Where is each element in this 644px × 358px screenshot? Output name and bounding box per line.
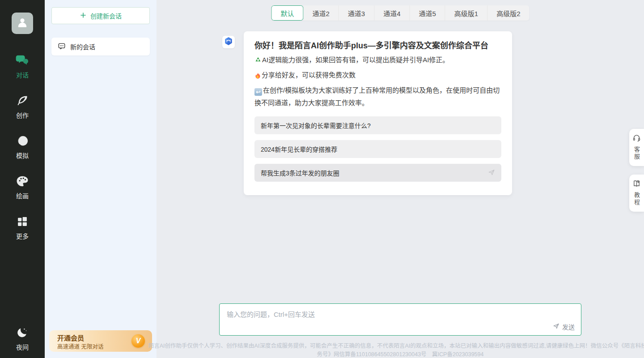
- session-label: 新的会话: [70, 42, 95, 51]
- return-arrow-icon: ↩: [254, 88, 262, 96]
- welcome-message-card: 你好！我是陌言AI创作助手plus—多引擎内容及文案创作综合平台 AI逻辑能力很…: [244, 31, 512, 195]
- send-button[interactable]: 发送: [553, 322, 575, 331]
- bot-avatar: [222, 36, 235, 48]
- session-list-item[interactable]: 新的会话: [51, 38, 150, 55]
- person-icon: [16, 16, 29, 31]
- welcome-line: ↩在创作/模拟板块为大家训练好了上百种常用的模型以及角色，在使用时可自由切换不同…: [254, 84, 501, 109]
- disclaimer-footer: 陌言AI创作助手仅供个人学习、创作结果由AI深度合成服务提供，可能会产生不正确的…: [139, 342, 644, 358]
- session-panel: 创建新会话 新的会话 开通会员 高速通道 无限对话 V: [45, 0, 157, 358]
- sidebar-item-label: 对话: [16, 70, 29, 79]
- channel-tabs: 默认 通道2 通道3 通道4 通道5 高级版1 高级版2: [271, 5, 529, 21]
- tab-default[interactable]: 默认: [271, 5, 303, 21]
- welcome-line: AI逻辑能力很强，如果回答有错，可以提出质疑并引导AI修正。: [254, 54, 501, 66]
- welcome-title: 你好！我是陌言AI创作助手plus—多引擎内容及文案创作综合平台: [254, 41, 501, 51]
- create-session-label: 创建新会话: [90, 11, 122, 20]
- app-root: 对话 创作 模拟 绘画 更多: [0, 0, 644, 358]
- tutorial-widget[interactable]: 教程: [629, 175, 644, 212]
- chat-input-box: 发送: [219, 303, 581, 336]
- recycle-icon: [254, 56, 262, 64]
- sidebar-item-night-mode[interactable]: 夜间: [0, 326, 45, 351]
- membership-title: 开通会员: [57, 333, 84, 342]
- welcome-line: 分享给好友，可以获得免费次数: [254, 69, 501, 81]
- disclaimer-line-2: 务号》网信算备110108645502801230043号 冀ICP备20230…: [139, 350, 644, 358]
- open-book-icon: [632, 179, 641, 190]
- moon-icon: [16, 326, 29, 339]
- sidebar-item-simulate[interactable]: 模拟: [0, 134, 45, 160]
- persona-head-icon: [16, 134, 29, 148]
- send-plane-icon: [488, 169, 495, 177]
- fire-icon: [254, 72, 261, 79]
- customer-service-label: 客服: [632, 146, 641, 161]
- membership-banner[interactable]: 开通会员 高速通道 无限对话 V: [49, 330, 152, 352]
- sidebar-item-draw[interactable]: 绘画: [0, 175, 45, 200]
- message-icon: [58, 42, 66, 51]
- suggestion-text: 2024新年见长辈的穿搭推荐: [261, 145, 337, 153]
- tab-channel-3[interactable]: 通道3: [339, 5, 374, 21]
- sidebar-item-chat[interactable]: 对话: [0, 54, 45, 79]
- sidebar-item-label: 模拟: [16, 151, 29, 160]
- sidebar-item-more[interactable]: 更多: [0, 215, 45, 240]
- create-session-button[interactable]: 创建新会话: [51, 7, 150, 24]
- tab-channel-4[interactable]: 通道4: [374, 5, 410, 21]
- tab-advanced-2[interactable]: 高级版2: [487, 5, 529, 21]
- tab-channel-5[interactable]: 通道5: [410, 5, 445, 21]
- bot-logo-icon: [224, 36, 233, 48]
- tab-advanced-1[interactable]: 高级版1: [445, 5, 487, 21]
- membership-subtitle: 高速通道 无限对话: [57, 342, 103, 350]
- sidebar-item-label: 更多: [16, 231, 29, 240]
- send-label: 发送: [562, 322, 575, 331]
- sidebar-item-label: 夜间: [16, 342, 29, 351]
- suggestion-item[interactable]: 新年第一次见对象的长辈需要注意什么?: [254, 116, 501, 134]
- suggestion-item[interactable]: 帮我生成3条过年发的朋友圈: [254, 164, 501, 182]
- palette-icon: [16, 175, 29, 188]
- icon-sidebar: 对话 创作 模拟 绘画 更多: [0, 0, 45, 358]
- sidebar-item-label: 绘画: [16, 191, 29, 200]
- grid-icon: [16, 215, 29, 228]
- suggestion-text: 新年第一次见对象的长辈需要注意什么?: [261, 121, 371, 130]
- paper-plane-icon: [553, 323, 559, 331]
- tab-channel-2[interactable]: 通道2: [303, 5, 339, 21]
- sidebar-item-label: 创作: [16, 111, 29, 119]
- headset-icon: [632, 134, 641, 144]
- tutorial-label: 教程: [632, 192, 641, 206]
- chat-input[interactable]: [220, 304, 581, 323]
- suggestion-list: 新年第一次见对象的长辈需要注意什么? 2024新年见长辈的穿搭推荐 帮我生成3条…: [254, 116, 501, 182]
- suggestion-item[interactable]: 2024新年见长辈的穿搭推荐: [254, 140, 501, 158]
- chat-main: 默认 通道2 通道3 通道4 通道5 高级版1 高级版2 你好！我是陌言AI创作…: [157, 0, 644, 358]
- chat-bubbles-icon: [16, 54, 29, 67]
- plus-icon: [80, 12, 87, 20]
- quill-icon: [16, 94, 29, 107]
- customer-service-widget[interactable]: 客服: [629, 129, 644, 166]
- sidebar-item-create[interactable]: 创作: [0, 94, 45, 119]
- user-avatar[interactable]: [12, 13, 33, 34]
- disclaimer-line-1: 陌言AI创作助手仅供个人学习、创作结果由AI深度合成服务提供，可能会产生不正确的…: [139, 342, 644, 350]
- suggestion-text: 帮我生成3条过年发的朋友圈: [261, 168, 339, 177]
